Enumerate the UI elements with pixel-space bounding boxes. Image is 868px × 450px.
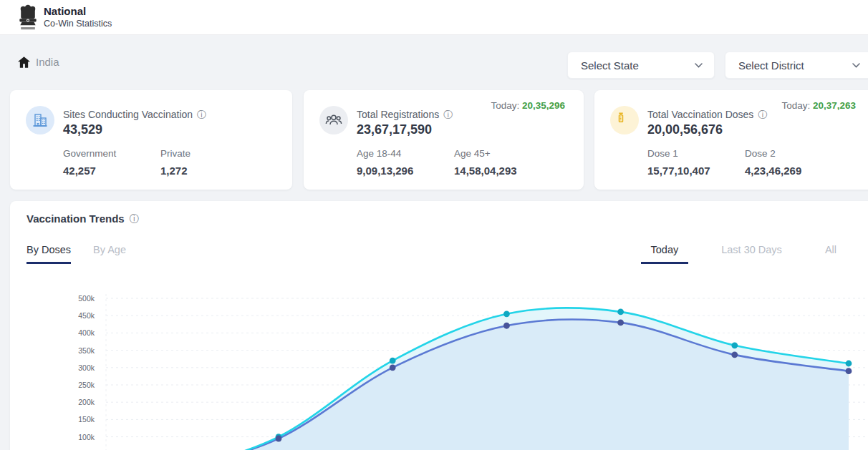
lower-series-point[interactable] xyxy=(390,364,396,371)
top-bar: National Co-Win Statistics xyxy=(0,0,868,35)
upper-series-point[interactable] xyxy=(731,342,738,348)
doses-card-title: Total Vaccination Doses xyxy=(647,109,753,120)
state-select-value: Select State xyxy=(581,59,639,72)
home-icon xyxy=(18,57,30,68)
chevron-down-icon xyxy=(695,63,703,68)
syringe-vial-icon xyxy=(610,106,639,134)
page-subtitle: Co-Win Statistics xyxy=(44,18,112,29)
registrations-age-45-stat: Age 45+ 14,58,04,293 xyxy=(454,148,517,177)
dose-2-stat: Dose 2 4,23,46,269 xyxy=(745,148,801,177)
district-select-value: Select District xyxy=(738,59,804,72)
doses-today: Today: 20,37,263 xyxy=(781,100,856,111)
brand: National Co-Win Statistics xyxy=(44,4,112,29)
registrations-card-title: Total Registrations xyxy=(357,109,439,120)
upper-series-point[interactable] xyxy=(390,358,396,364)
sites-total-value: 43,529 xyxy=(63,122,102,137)
national-emblem-icon xyxy=(18,3,38,32)
district-select[interactable]: Select District xyxy=(725,52,868,79)
range-last-30-days[interactable]: Last 30 Days xyxy=(711,244,792,264)
building-icon xyxy=(26,106,54,134)
tab-by-age[interactable]: By Age xyxy=(93,244,126,262)
trends-line-chart[interactable]: 500k450k400k350k300k250k200k150k100k xyxy=(10,290,868,450)
sites-card: Sites Conducting Vaccination ⓘ 43,529 Go… xyxy=(10,90,292,190)
lower-series-point[interactable] xyxy=(617,319,624,326)
doses-today-value: 20,37,263 xyxy=(813,100,856,111)
page-title: National xyxy=(44,4,112,18)
lower-series-point[interactable] xyxy=(731,351,738,358)
tab-by-doses[interactable]: By Doses xyxy=(26,244,71,264)
doses-total-value: 20,00,56,676 xyxy=(647,122,723,137)
registrations-total-value: 23,67,17,590 xyxy=(357,122,432,137)
range-all[interactable]: All xyxy=(815,244,847,264)
chevron-down-icon xyxy=(852,63,860,68)
range-tabs: Today Last 30 Days All xyxy=(641,244,847,264)
chart-canvas[interactable] xyxy=(10,290,868,450)
breadcrumb[interactable]: India xyxy=(18,56,59,68)
registrations-today-value: 20,35,296 xyxy=(522,100,565,111)
sites-card-title: Sites Conducting Vaccination xyxy=(63,109,193,120)
registrations-card: Today: 20,35,296 Total Registrations ⓘ 2… xyxy=(304,90,584,190)
sites-private-stat: Private 1,272 xyxy=(160,148,191,177)
people-group-icon xyxy=(319,106,348,134)
info-icon[interactable]: ⓘ xyxy=(443,110,453,119)
lower-series-point[interactable] xyxy=(276,436,282,442)
upper-series-point[interactable] xyxy=(617,308,624,315)
registrations-age-18-44-stat: Age 18-44 9,09,13,296 xyxy=(357,148,413,177)
breadcrumb-location: India xyxy=(36,56,59,68)
range-today[interactable]: Today xyxy=(641,244,689,264)
state-select[interactable]: Select State xyxy=(567,52,715,79)
info-icon[interactable]: ⓘ xyxy=(758,110,767,119)
cowin-dashboard: National Co-Win Statistics India Select … xyxy=(0,0,868,450)
upper-series-point[interactable] xyxy=(503,310,510,317)
doses-card: Today: 20,37,263 Total Vaccination Doses… xyxy=(594,90,868,190)
trends-title: Vaccination Trends xyxy=(26,212,125,225)
lower-series-point[interactable] xyxy=(503,323,510,329)
lower-series-point[interactable] xyxy=(846,368,852,374)
info-icon[interactable]: ⓘ xyxy=(197,110,206,119)
dose-1-stat: Dose 1 15,77,10,407 xyxy=(647,148,710,177)
upper-series-point[interactable] xyxy=(846,361,852,367)
vaccination-trends-card: Vaccination Trends ⓘ By Doses By Age Tod… xyxy=(10,201,868,450)
registrations-today: Today: 20,35,296 xyxy=(491,100,565,111)
info-icon[interactable]: ⓘ xyxy=(130,214,140,224)
sites-government-stat: Government 42,257 xyxy=(63,148,116,177)
